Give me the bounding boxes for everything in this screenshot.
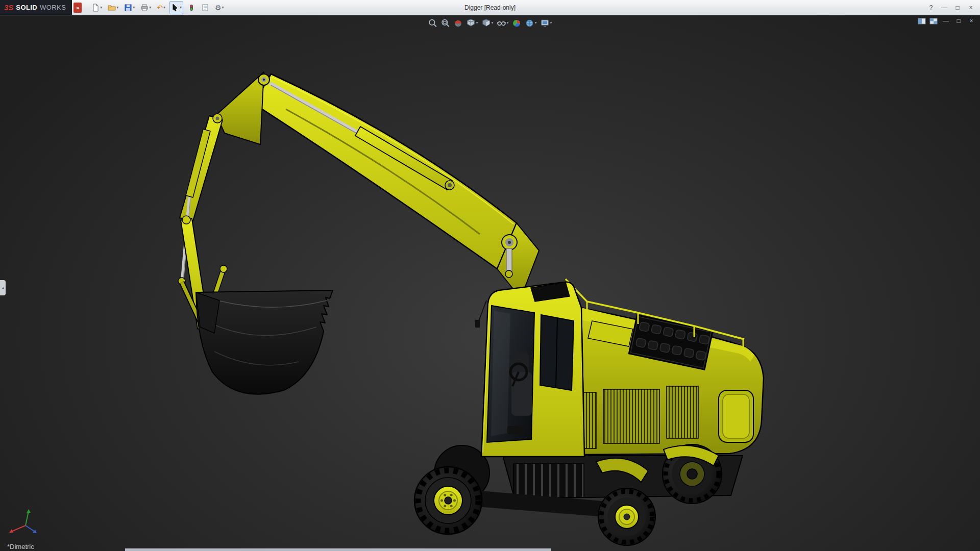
options-gear-icon: ⚙	[215, 4, 222, 11]
dropdown-caret-icon: ▾	[133, 6, 135, 10]
options-button[interactable]: ⚙ ▾	[213, 1, 226, 14]
boom-arm-assembly[interactable]	[178, 72, 539, 394]
heads-up-toolbar: ▾ ▾ ▾ ▾ ▾	[427, 16, 553, 30]
undo-icon: ↶	[157, 4, 163, 11]
edit-appearance-ball-icon	[512, 18, 522, 28]
save-icon	[124, 4, 132, 12]
dropdown-caret-icon: ▾	[550, 21, 552, 25]
doc-restore-button[interactable]: □	[954, 17, 963, 25]
brand-works-text: WORKS	[40, 4, 66, 11]
window-controls: ? — □ ×	[925, 3, 980, 13]
pane-split-icon[interactable]	[929, 17, 938, 25]
zoom-to-area-button[interactable]	[439, 16, 451, 30]
dropdown-caret-icon: ▾	[116, 6, 118, 10]
solidworks-window: 3S SOLIDWORKS » ▾ ▾ ▾ ▾ ↶ ▾	[0, 0, 980, 551]
stick-upper[interactable]	[180, 116, 223, 221]
side-mirror	[475, 320, 480, 328]
undo-button[interactable]: ↶ ▾	[155, 1, 167, 14]
titlebar: 3S SOLIDWORKS » ▾ ▾ ▾ ▾ ↶ ▾	[0, 0, 980, 15]
print-button[interactable]: ▾	[139, 1, 153, 14]
open-folder-icon	[108, 4, 116, 12]
apply-scene-button[interactable]: ▾	[524, 16, 538, 30]
new-document-icon	[91, 4, 100, 12]
cab-vent	[507, 426, 525, 434]
view-orientation-cube-icon	[466, 18, 475, 28]
select-button[interactable]: ▾	[169, 1, 183, 14]
reference-triad-icon	[5, 508, 46, 539]
dropdown-caret-icon: ▾	[476, 21, 478, 25]
zoom-to-fit-icon	[428, 18, 437, 28]
solidworks-logo: 3S SOLIDWORKS	[0, 0, 72, 15]
document-window-controls: — □ ×	[918, 17, 976, 25]
new-document-button[interactable]: ▾	[90, 1, 104, 14]
main-toolbar: ▾ ▾ ▾ ▾ ↶ ▾ ▾	[90, 1, 225, 14]
apex-plate[interactable]	[216, 72, 264, 144]
brand-3s-icon: 3S	[4, 3, 13, 12]
model-canvas[interactable]	[0, 15, 980, 551]
brand-solid-text: SOLID	[16, 4, 37, 11]
print-icon	[140, 4, 149, 12]
side-grille-2[interactable]	[603, 389, 659, 443]
zoom-to-fit-button[interactable]	[427, 16, 438, 30]
view-settings-icon	[541, 18, 550, 28]
panel-collapse-tab[interactable]: ◂	[0, 280, 6, 295]
dropdown-caret-icon: ▾	[149, 6, 151, 10]
file-properties-icon	[201, 4, 209, 12]
zoom-to-area-icon	[440, 18, 450, 28]
edit-appearance-button[interactable]	[511, 16, 523, 30]
file-properties-button[interactable]	[200, 1, 211, 14]
open-button[interactable]: ▾	[106, 1, 120, 14]
side-grille-3[interactable]	[667, 386, 698, 438]
dropdown-caret-icon: ▾	[506, 21, 508, 25]
pane-left-icon[interactable]	[918, 17, 926, 25]
hide-show-glasses-icon	[497, 18, 506, 28]
window-maximize-button[interactable]: □	[951, 3, 964, 13]
dropdown-caret-icon: ▾	[163, 6, 165, 10]
window-minimize-button[interactable]: —	[938, 3, 950, 13]
dropdown-caret-icon: ▾	[100, 6, 102, 10]
dropdown-caret-icon: ▾	[180, 6, 182, 10]
display-style-button[interactable]: ▾	[480, 16, 494, 30]
dropdown-caret-icon: ▾	[535, 21, 537, 25]
window-close-button[interactable]: ×	[965, 3, 977, 13]
engine-body[interactable]	[560, 279, 764, 455]
front-left-wheel[interactable]	[414, 467, 482, 534]
section-view-button[interactable]	[452, 16, 463, 30]
mirror-arm	[479, 300, 486, 321]
menu-flyout-button[interactable]: »	[74, 3, 82, 13]
select-cursor-icon	[171, 4, 179, 12]
doc-minimize-button[interactable]: —	[941, 17, 950, 25]
view-orientation-label: *Dimetric	[7, 543, 34, 550]
rebuild-traffic-light-icon	[187, 4, 195, 12]
dropdown-caret-icon: ▾	[222, 6, 224, 10]
doc-close-button[interactable]: ×	[967, 17, 976, 25]
document-title: Digger [Read-only]	[464, 4, 516, 11]
view-orientation-button[interactable]: ▾	[465, 16, 479, 30]
view-settings-button[interactable]: ▾	[540, 16, 553, 30]
hide-show-items-button[interactable]: ▾	[496, 16, 509, 30]
section-view-icon	[453, 18, 462, 28]
rebuild-button[interactable]	[186, 1, 197, 14]
graphics-viewport[interactable]: ▾ ▾ ▾ ▾ ▾	[0, 15, 980, 551]
apply-scene-globe-icon	[525, 18, 534, 28]
dropdown-caret-icon: ▾	[491, 21, 493, 25]
save-button[interactable]: ▾	[122, 1, 136, 14]
front-right-wheel[interactable]	[598, 488, 655, 545]
boom[interactable]	[254, 74, 517, 269]
cab[interactable]	[475, 282, 584, 457]
display-style-icon	[481, 18, 491, 28]
bottom-strip	[125, 548, 551, 551]
help-button[interactable]: ?	[925, 3, 937, 13]
